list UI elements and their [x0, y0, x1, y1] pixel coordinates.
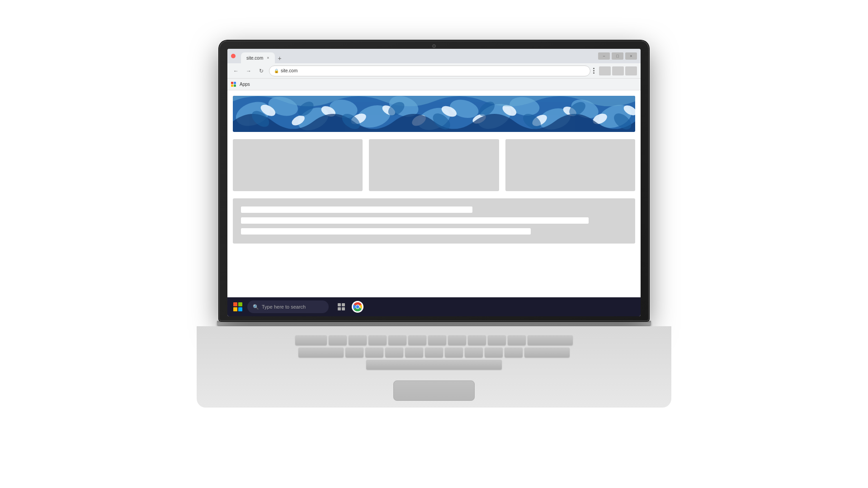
- key-spacebar: [366, 360, 502, 370]
- tab-bar: site.com × +: [238, 49, 595, 63]
- key-u: [448, 335, 466, 345]
- card-1: [233, 139, 363, 191]
- key-caps: [298, 347, 344, 357]
- webcam: [432, 44, 436, 48]
- key-tab: [295, 335, 327, 345]
- key-y: [428, 335, 446, 345]
- webpage-content: [227, 90, 641, 297]
- key-o: [488, 335, 506, 345]
- key-p: [508, 335, 526, 345]
- toolbar-shortcut-1[interactable]: [599, 66, 611, 75]
- text-line-3: [241, 228, 531, 235]
- key-backspace: [528, 335, 573, 345]
- apps-cell-4: [234, 84, 236, 87]
- svg-rect-37: [338, 303, 341, 306]
- key-w: [349, 335, 367, 345]
- key-d: [385, 347, 403, 357]
- maximize-button[interactable]: □: [612, 52, 623, 60]
- trackpad[interactable]: [393, 380, 475, 401]
- laptop-hinge: [217, 321, 651, 326]
- taskbar: 🔍 Type here to search: [227, 297, 641, 316]
- browser-toolbar: ← → ↻ 🔒 site.com: [227, 63, 641, 79]
- svg-rect-39: [338, 307, 341, 310]
- apps-cell-1: [231, 82, 233, 84]
- key-t: [408, 335, 426, 345]
- card-grid: [233, 139, 635, 191]
- tab-close-icon[interactable]: ×: [267, 56, 269, 60]
- browser-menu-button[interactable]: [593, 68, 594, 74]
- key-e: [368, 335, 387, 345]
- apps-bookmark-label[interactable]: Apps: [240, 82, 250, 87]
- lock-icon: 🔒: [274, 69, 279, 73]
- new-tab-button[interactable]: +: [275, 53, 285, 63]
- key-a: [345, 347, 363, 357]
- chrome-browser-icon[interactable]: [351, 300, 364, 313]
- keyboard-area: [197, 326, 671, 408]
- card-3: [505, 139, 635, 191]
- menu-dot-3: [593, 72, 594, 74]
- win-pane-blue: [238, 307, 242, 311]
- taskbar-icons: [335, 300, 364, 313]
- key-h: [445, 347, 463, 357]
- window-close-button[interactable]: ×: [625, 52, 637, 60]
- bookmarks-bar: Apps: [227, 79, 641, 90]
- win-pane-green: [238, 302, 242, 306]
- search-placeholder-text: Type here to search: [262, 304, 306, 310]
- svg-point-43: [356, 305, 359, 309]
- win-pane-red: [233, 302, 237, 306]
- search-icon: 🔍: [253, 304, 259, 310]
- window-controls: − □ ×: [598, 52, 637, 60]
- svg-rect-38: [342, 303, 345, 306]
- address-text: site.com: [281, 68, 297, 73]
- toolbar-shortcut-3[interactable]: [625, 66, 637, 75]
- start-button[interactable]: [231, 300, 245, 314]
- card-2: [369, 139, 499, 191]
- key-j: [465, 347, 483, 357]
- text-line-1: [241, 206, 472, 213]
- key-r: [388, 335, 406, 345]
- toolbar-shortcut-2[interactable]: [612, 66, 624, 75]
- menu-dot-2: [593, 70, 594, 71]
- forward-button[interactable]: →: [244, 66, 254, 76]
- tab-label: site.com: [246, 56, 263, 61]
- taskbar-search[interactable]: 🔍 Type here to search: [247, 300, 329, 313]
- apps-cell-2: [234, 82, 236, 84]
- apps-cell-3: [231, 84, 233, 87]
- task-view-button[interactable]: [335, 300, 348, 313]
- windows-logo-icon: [233, 302, 242, 311]
- browser-titlebar: site.com × + − □ ×: [227, 49, 641, 63]
- key-i: [468, 335, 486, 345]
- close-dot: [231, 54, 236, 58]
- key-q: [329, 335, 347, 345]
- apps-grid-icon: [231, 82, 236, 87]
- hero-banner: [233, 96, 635, 132]
- key-s: [365, 347, 383, 357]
- win-pane-yellow: [233, 307, 237, 311]
- screen: site.com × + − □ × ← → ↻ 🔒 site.c: [227, 49, 641, 316]
- address-bar[interactable]: 🔒 site.com: [269, 66, 590, 76]
- text-line-2: [241, 217, 589, 224]
- keyboard-rows: [197, 326, 671, 374]
- key-k: [485, 347, 503, 357]
- svg-rect-40: [342, 307, 345, 310]
- key-l: [505, 347, 523, 357]
- text-lines: [241, 206, 627, 235]
- key-enter: [524, 347, 570, 357]
- browser-tab[interactable]: site.com ×: [241, 52, 275, 63]
- minimize-button[interactable]: −: [598, 52, 610, 60]
- screen-bezel: site.com × + − □ × ← → ↻ 🔒 site.c: [219, 41, 649, 321]
- content-section: [233, 198, 635, 244]
- key-g: [425, 347, 443, 357]
- key-f: [405, 347, 423, 357]
- menu-dot-1: [593, 68, 594, 69]
- laptop-container: site.com × + − □ × ← → ↻ 🔒 site.c: [197, 41, 671, 447]
- refresh-button[interactable]: ↻: [256, 66, 266, 76]
- back-button[interactable]: ←: [231, 66, 241, 76]
